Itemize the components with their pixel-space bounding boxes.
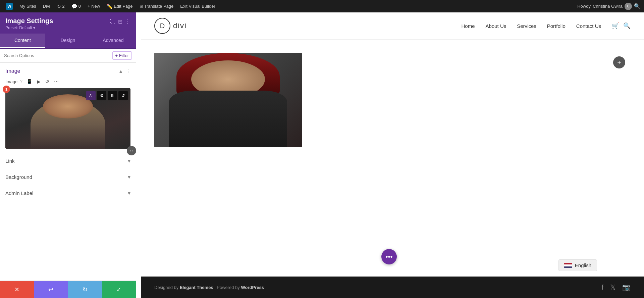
my-sites-item[interactable]: My Sites <box>17 0 39 12</box>
nav-services[interactable]: Services <box>517 23 536 29</box>
site-nav: Home About Us Services Portfolio Contact… <box>462 22 631 30</box>
image-select-btn[interactable]: ▶ <box>36 78 42 85</box>
image-undo-btn[interactable]: ↺ <box>118 91 128 100</box>
site-header: D divi Home About Us Services Portfolio … <box>141 12 644 40</box>
site-logo: D divi <box>154 18 187 34</box>
new-item[interactable]: + New <box>85 0 103 12</box>
background-section-row[interactable]: Background ▾ <box>0 169 136 185</box>
link-section-row[interactable]: Link ▾ <box>0 153 136 169</box>
twitter-icon[interactable]: 𝕏 <box>610 283 615 291</box>
instagram-icon[interactable]: 📷 <box>622 283 631 291</box>
sidebar-toggle[interactable]: ↔ <box>127 146 136 155</box>
sidebar-header: Image Settings Preset: Default ▾ ⛶ ⊟ ⋮ <box>0 12 136 34</box>
image-section-body: Image ? 📱 ▶ ↺ ⋯ 1 <box>0 78 136 153</box>
undo-button[interactable]: ↩ <box>34 281 68 298</box>
columns-icon[interactable]: ⊟ <box>118 18 122 25</box>
search-options-input[interactable] <box>4 53 110 58</box>
action-bar: ✕ ↩ ↻ ✓ <box>0 281 136 298</box>
revisions-item[interactable]: ↻ 2 <box>54 0 67 12</box>
comments-item[interactable]: 💬 0 <box>69 0 84 12</box>
nav-portfolio[interactable]: Portfolio <box>547 23 566 29</box>
my-sites-label: My Sites <box>19 4 36 9</box>
image-mobile-preview-btn[interactable]: 📱 <box>25 78 34 85</box>
wp-logo-item[interactable]: W <box>3 0 15 12</box>
image-help-icon[interactable]: ? <box>20 79 22 84</box>
footer-social-icons: f 𝕏 📷 <box>601 283 631 291</box>
edit-page-label: Edit Page <box>114 4 132 9</box>
background-section-title: Background <box>5 174 32 180</box>
image-delete-btn[interactable]: 🗑 <box>108 91 117 100</box>
image-field-label: Image <box>5 79 17 84</box>
footer-designed-by: Designed by <box>154 285 178 290</box>
settings-sidebar: Image Settings Preset: Default ▾ ⛶ ⊟ ⋮ C… <box>0 12 136 298</box>
image-preview-container: 1 AI ⚙ 🗑 ↺ <box>5 88 130 149</box>
nav-icons: 🛒 🔍 <box>612 22 631 30</box>
redo-button[interactable]: ↻ <box>68 281 102 298</box>
admin-label-section-row[interactable]: Admin Label ▾ <box>0 185 136 201</box>
admin-label-section-title: Admin Label <box>5 190 33 196</box>
nav-contact-us[interactable]: Contact Us <box>576 23 601 29</box>
wp-icon: W <box>6 3 13 10</box>
main-page-image[interactable] <box>154 53 302 147</box>
header-icon-group: ⛶ ⊟ ⋮ <box>110 18 130 25</box>
sidebar-title: Image Settings <box>5 17 53 25</box>
user-avatar[interactable]: C <box>625 3 632 10</box>
image-reset-btn[interactable]: ↺ <box>44 78 51 85</box>
image-section-chevron-up[interactable]: ▲ <box>118 68 123 74</box>
jacket-element <box>169 91 287 147</box>
cart-button[interactable]: 🛒 <box>612 22 619 30</box>
save-button[interactable]: ✓ <box>102 281 136 298</box>
admin-label-chevron-icon: ▾ <box>128 190 130 196</box>
admin-search-icon[interactable]: 🔍 <box>634 3 641 9</box>
undo-icon: ↩ <box>48 286 53 293</box>
divi-item[interactable]: Divi <box>40 0 53 12</box>
fab-button[interactable]: ••• <box>381 249 397 264</box>
image-more-btn[interactable]: ⋯ <box>53 78 60 85</box>
tab-content[interactable]: Content <box>0 34 45 48</box>
image-label-row: Image ? 📱 ▶ ↺ ⋯ <box>5 78 130 85</box>
link-section-title: Link <box>5 158 15 164</box>
redo-icon: ↻ <box>83 286 88 293</box>
new-label: + New <box>88 4 100 9</box>
image-section-more[interactable]: ⋮ <box>126 68 130 74</box>
image-settings-btn[interactable]: ⚙ <box>97 91 106 100</box>
cancel-icon: ✕ <box>14 286 19 293</box>
filter-button[interactable]: + Filter <box>112 51 132 60</box>
translate-item[interactable]: ⊞ Translate Page <box>137 0 176 12</box>
language-label: English <box>575 262 591 268</box>
link-chevron-icon: ▾ <box>128 158 130 164</box>
cancel-button[interactable]: ✕ <box>0 281 34 298</box>
language-badge[interactable]: English <box>558 259 597 271</box>
image-section-title: Image <box>5 68 20 74</box>
admin-bar-right: Howdy, Christina Gwira C 🔍 <box>577 3 641 10</box>
nav-about-us[interactable]: About Us <box>486 23 506 29</box>
edit-page-item[interactable]: ✏️ Edit Page <box>104 0 135 12</box>
image-section-icons: ▲ ⋮ <box>118 68 130 74</box>
site-canvas: + <box>141 40 644 277</box>
footer-elegant-themes[interactable]: Elegant Themes <box>180 285 213 290</box>
howdy-label: Howdy, Christina Gwira <box>577 4 623 9</box>
add-content-button[interactable]: + <box>613 56 625 68</box>
footer-wordpress[interactable]: WordPress <box>241 285 264 290</box>
image-overlay-toolbar: AI ⚙ 🗑 ↺ <box>86 91 128 100</box>
image-section-header[interactable]: Image ▲ ⋮ <box>0 63 136 78</box>
fullscreen-icon[interactable]: ⛶ <box>110 18 115 25</box>
footer-text: Designed by Elegant Themes | Powered by … <box>154 285 264 290</box>
sidebar-preset[interactable]: Preset: Default ▾ <box>5 26 53 30</box>
woman-photo-art <box>154 53 302 147</box>
ai-button[interactable]: AI <box>86 91 96 100</box>
sidebar-content: Image ▲ ⋮ Image ? 📱 ▶ ↺ ⋯ <box>0 63 136 281</box>
exit-builder-item[interactable]: Exit Visual Builder <box>177 0 218 12</box>
tab-advanced[interactable]: Advanced <box>91 34 136 48</box>
fab-dots-icon: ••• <box>385 253 392 261</box>
search-button[interactable]: 🔍 <box>623 22 631 30</box>
tab-design[interactable]: Design <box>45 34 91 48</box>
filter-plus-icon: + <box>115 53 118 58</box>
footer-separator: | Powered by <box>214 285 241 290</box>
more-icon[interactable]: ⋮ <box>125 18 130 25</box>
exit-builder-label: Exit Visual Builder <box>180 4 215 9</box>
facebook-icon[interactable]: f <box>601 284 603 291</box>
site-footer: Designed by Elegant Themes | Powered by … <box>141 277 644 298</box>
add-icon: + <box>617 59 621 66</box>
nav-home[interactable]: Home <box>462 23 475 29</box>
